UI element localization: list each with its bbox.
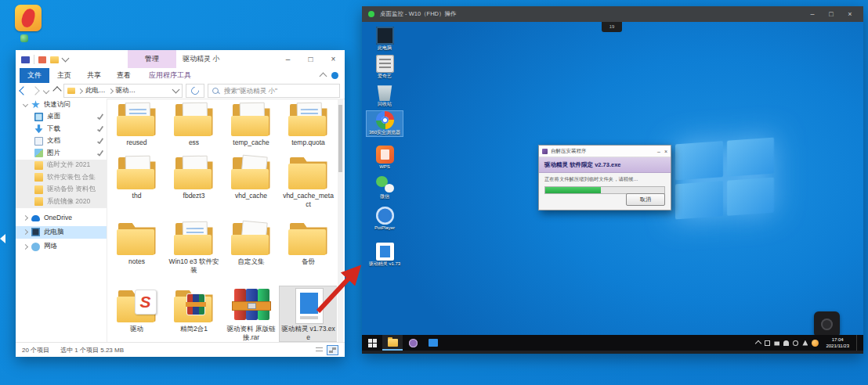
expander-icon[interactable] (23, 244, 28, 250)
tab-home[interactable]: 主页 (49, 68, 79, 83)
file-item[interactable]: vhd_cache_meta ct (280, 153, 337, 208)
desktop-icon-wps[interactable]: WPS (367, 146, 403, 171)
sidebar-item-desktop[interactable]: 桌面 (16, 111, 107, 124)
file-item[interactable]: reused (108, 100, 165, 147)
forward-icon[interactable] (31, 86, 39, 95)
cancel-button[interactable]: 取消 (626, 193, 665, 206)
taskbar-blue-app-button[interactable] (423, 335, 443, 351)
sidebar-item-network[interactable]: 网络 (16, 241, 107, 254)
sidebar-item-folder[interactable]: 软件安装包 合集 (16, 171, 107, 184)
desktop-icon-recycle-bin[interactable]: 回收站 (367, 83, 403, 108)
dialog-minimize-button[interactable]: – (657, 149, 660, 154)
expander-icon[interactable] (23, 215, 28, 221)
onedrive-icon (31, 215, 40, 221)
up-icon[interactable] (52, 86, 61, 95)
dialog-titlebar: 自解压安装程序 – × (539, 146, 671, 157)
tray-icon[interactable] (793, 340, 798, 346)
app-box-icon (376, 55, 394, 73)
file-item[interactable]: 精简2合1 (165, 286, 222, 341)
host-desktop-shortcut[interactable] (11, 5, 45, 31)
address-dropdown-icon[interactable] (172, 86, 180, 94)
scrollbar-thumb[interactable] (338, 105, 342, 172)
file-item[interactable]: 驱动资料 原版链接.rar (222, 286, 280, 341)
taskbar-user-app-button[interactable] (403, 335, 423, 351)
show-desktop-button[interactable] (856, 335, 860, 351)
mini-shortcut-icon[interactable] (20, 34, 28, 42)
scrollbar[interactable] (338, 99, 343, 343)
file-item[interactable]: vhd_cache (222, 153, 280, 208)
file-item[interactable]: 备份 (280, 219, 337, 274)
file-item[interactable]: Win10 e3 软件安装 (165, 219, 222, 274)
file-item[interactable]: 自定义集 (222, 219, 280, 274)
folder-icon (388, 339, 398, 347)
minimize-button[interactable]: – (805, 6, 819, 22)
remote-desktop[interactable]: 19 此电脑 爱奇艺 回收站 360安全浏览器 WPS (362, 22, 863, 335)
desktop-icon-wechat[interactable]: 微信 (367, 175, 403, 200)
wechat-icon (376, 175, 394, 193)
taskbar-explorer-button[interactable] (382, 335, 403, 351)
desktop-icon-this-pc[interactable]: 此电脑 (367, 27, 403, 52)
remote-control-widget[interactable] (814, 311, 840, 335)
tray-icon[interactable] (802, 340, 808, 346)
file-item[interactable]: temp_cache (222, 100, 280, 147)
qat-dropdown-icon[interactable] (62, 55, 70, 63)
taskbar-clock[interactable]: 17:04 2021/11/23 (823, 336, 852, 349)
minimize-button[interactable]: – (277, 50, 299, 69)
back-icon[interactable] (19, 86, 27, 95)
breadcrumb-segment[interactable]: 驱动… (116, 86, 136, 95)
file-item[interactable]: S 驱动 (108, 286, 165, 341)
list-view-button[interactable] (313, 345, 325, 355)
sidebar-item-downloads[interactable]: 下载 (16, 123, 107, 135)
expander-icon[interactable] (23, 102, 28, 107)
history-dropdown-icon[interactable] (43, 88, 49, 94)
file-item[interactable]: thd (108, 153, 165, 208)
file-item[interactable]: fbdezt3 (165, 153, 222, 208)
file-item[interactable]: notes (108, 219, 165, 274)
tab-view[interactable]: 查看 (109, 68, 139, 83)
breadcrumb[interactable]: 此电… 驱动… (63, 84, 183, 98)
thumbnail-view-button[interactable] (327, 345, 338, 355)
maximize-button[interactable]: □ (299, 50, 322, 69)
sidebar-item-quick-access[interactable]: 快速访问 (16, 99, 107, 111)
sidebar-item-pictures[interactable]: 图片 (16, 147, 107, 160)
tray-expand-icon[interactable] (755, 340, 761, 347)
qat-newfolder-icon[interactable] (50, 56, 59, 63)
explorer-titlebar: 管理 驱动精灵 小 – □ × (16, 50, 345, 69)
file-item-selected[interactable]: 驱动精灵 v1.73.exe (280, 286, 337, 341)
tab-share[interactable]: 共享 (79, 68, 109, 83)
quick-access-toolbar[interactable] (16, 55, 68, 64)
tray-security-icon[interactable] (812, 340, 819, 347)
tab-app-tools[interactable]: 应用程序工具 (141, 68, 199, 83)
file-item[interactable]: ess (165, 100, 222, 147)
start-button[interactable] (362, 335, 382, 351)
sidebar-item-folder[interactable]: 系统镜像 2020 (16, 196, 107, 208)
desktop-icon-setup[interactable]: 驱动精灵 v1.73 (367, 243, 403, 268)
close-button[interactable]: × (843, 6, 857, 22)
help-icon[interactable] (331, 72, 338, 79)
collapse-ribbon-icon[interactable] (320, 73, 327, 81)
tray-icon[interactable] (774, 340, 779, 346)
file-item[interactable]: temp.quota (280, 100, 337, 147)
remote-toolbar-handle[interactable]: 19 (602, 22, 622, 32)
sidebar-item-this-pc[interactable]: 此电脑 (16, 226, 107, 239)
desktop-icon-app[interactable]: 爱奇艺 (367, 55, 403, 80)
tab-file[interactable]: 文件 (20, 68, 49, 83)
desktop-icon-potplayer[interactable]: PotPlayer (367, 207, 403, 232)
refresh-button[interactable] (186, 84, 204, 98)
desktop-icon-browser[interactable]: 360安全浏览器 (367, 111, 403, 136)
qat-properties-icon[interactable] (38, 56, 46, 63)
search-input[interactable] (222, 86, 335, 95)
tray-icon[interactable] (765, 340, 770, 346)
tray-icon[interactable] (783, 340, 789, 346)
maximize-button[interactable]: □ (824, 6, 838, 22)
sidebar-item-folder[interactable]: 临时文件 2021 (16, 160, 107, 172)
dialog-close-button[interactable]: × (664, 149, 667, 154)
folder-icon (116, 155, 158, 189)
breadcrumb-segment[interactable]: 此电… (85, 86, 106, 95)
expander-icon[interactable] (23, 229, 28, 235)
search-box[interactable] (208, 84, 340, 98)
close-button[interactable]: × (322, 50, 345, 69)
sidebar-item-folder[interactable]: 驱动备份 资料包 (16, 184, 107, 196)
sidebar-item-onedrive[interactable]: OneDrive (16, 212, 107, 225)
sidebar-item-documents[interactable]: 文档 (16, 135, 107, 148)
